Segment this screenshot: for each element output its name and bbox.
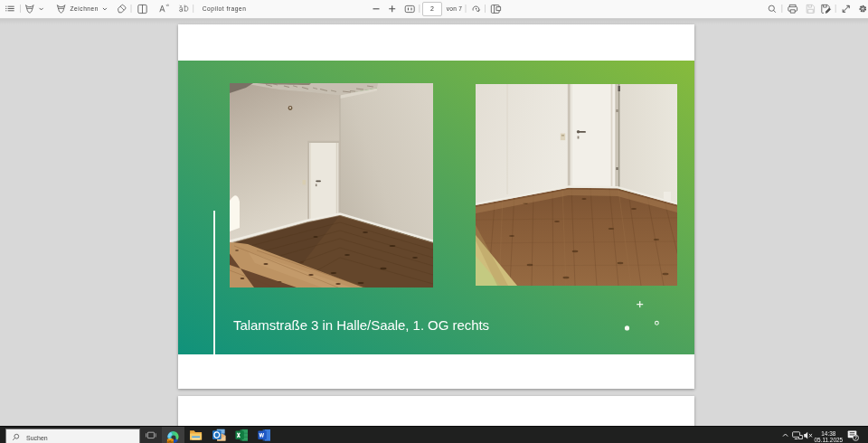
svg-text:05.11.2025: 05.11.2025 xyxy=(815,437,844,443)
svg-text:14:38: 14:38 xyxy=(821,430,835,437)
